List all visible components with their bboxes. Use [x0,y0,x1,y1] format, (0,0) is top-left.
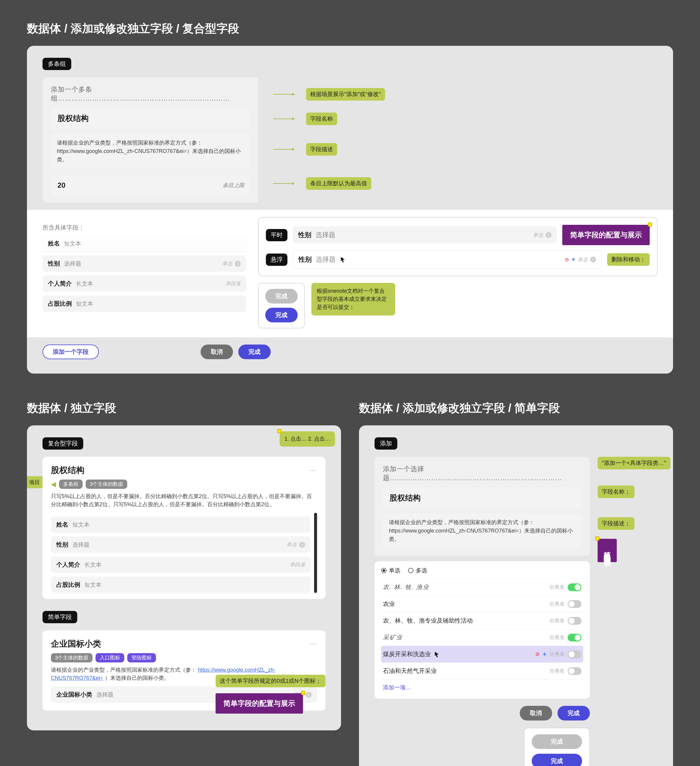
state-tag-hover: 悬浮 [266,253,287,266]
heading-panel2: 数据体 / 独立字段 [27,400,341,416]
cancel-button[interactable]: 取消 [520,706,552,720]
state-field-hover[interactable]: 性别 选择题 ⊘ + 单选 i [293,250,602,269]
done-button-disabled: 完成 [265,289,298,304]
plus-icon[interactable]: + [543,650,546,658]
tag-multi-group: 多条组 [43,58,71,70]
toggle[interactable] [568,650,581,658]
tag-simple-field: 简单字段 [43,611,77,623]
field-type: 短文本 [64,240,81,248]
submit-button[interactable]: 完成 [238,345,271,359]
opt-item[interactable]: 农、林、牧、渔专业及辅助性活动 分类名 [381,612,583,629]
anno-fielddesc: 字段描述； [598,517,634,530]
field-name: 姓名 [56,521,68,529]
scrollbar[interactable] [314,513,317,593]
toggle[interactable] [568,617,581,625]
meta-label: 分类名 [550,651,565,658]
opt-item[interactable]: 石油和天然气开采业 分类名 [381,662,583,679]
form1-section-label: 所含具体字段： [43,223,246,232]
pin-icon [595,537,599,541]
heading-panel3: 数据体 / 添加或修改独立字段 / 简单字段 [359,400,673,416]
connector [273,94,294,95]
form3-title-input[interactable]: 股权结构 [383,487,581,508]
banner-text: 简单字段的配置与展示 [603,546,611,555]
form1-limit-value: 20 [57,181,66,189]
opt-name: 石油和天然气开采业 [383,667,437,675]
panel3-canvas: 添加 添加一个选择题………………………………………………………………… 股权结构… [359,425,673,766]
field-name: 占股比例 [48,300,72,308]
anno-fieldname: 字段名称 [306,112,337,125]
opt-item[interactable]: 农业 分类名 [381,595,583,612]
anno-add-prefix: "添加一个<具体字段类…" [598,457,670,469]
form1-title-text: 股权结构 [57,114,89,123]
field-row-name[interactable]: 姓名 短文本 [43,235,246,252]
form3-desc-input[interactable]: 请根据企业的产业类型，严格按照国家标准的界定方式（参：https://www.g… [383,513,581,548]
list-item[interactable]: 性别 选择题 单选i [51,537,310,553]
field-meta: 单段落 [225,280,241,287]
form1-limit-hint: 条目上限 [223,182,244,189]
done-enabled[interactable]: 完成 [532,754,582,766]
pin-icon [648,222,652,226]
p2-card2-title: 企业国标小类 [51,638,101,650]
forbid-icon[interactable]: ⊘ [535,651,540,657]
radio-single[interactable]: 单选 [381,567,400,574]
meta-label: 分类名 [550,600,565,607]
list-item[interactable]: 个人简介 长文本 单段落 [51,557,310,573]
field-type: 选择题 [316,255,336,264]
field-meta: 单选 [287,541,297,548]
form1-limit-input[interactable]: 20 条目上限 [51,176,250,195]
field-type: 短文本 [76,300,93,308]
field-row-bio[interactable]: 个人简介 长文本 单段落 [43,275,246,292]
field-row-gender[interactable]: 性别 选择题 单选i [43,255,246,272]
left-edge-chip: 项目 [27,476,43,488]
toggle[interactable] [568,667,581,675]
field-name: 企业国标小类 [56,690,92,699]
field-name: 姓名 [48,239,60,248]
connector-dot: ◀ [51,480,56,488]
p2-card1: 股权结构 ··· ◀ 多条组 3个主体的数据 只写5%以上占股的人，但是不要漏掉… [43,457,325,599]
heading-panel1: 数据体 / 添加或修改独立字段 / 复合型字段 [27,21,673,36]
field-row-share[interactable]: 占股比例 短文本 [43,296,246,312]
toggle[interactable] [568,634,581,641]
cancel-button[interactable]: 取消 [201,345,233,359]
info-icon: i [306,692,312,698]
toggle[interactable] [568,583,581,591]
field-meta: 单段落 [290,561,305,568]
radio-multi[interactable]: 多选 [408,567,427,574]
forbid-icon[interactable]: ⊘ [565,256,569,263]
form1-title-input[interactable]: 股权结构 [51,108,250,129]
opt-group-header[interactable]: 农. 林. 牧. 渔业 分类名 [381,579,583,595]
form1-desc-input[interactable]: 请根据企业的产业类型，严格按照国家标准的界定方式（参：https://www.g… [51,134,250,169]
field-name: 性别 [298,255,312,264]
radio-label: 单选 [389,567,400,574]
info-icon: i [545,232,551,238]
field-name: 占股比例 [56,581,80,589]
field-meta: 单选 [533,232,543,239]
add-field-button[interactable]: 添加一个字段 [43,345,99,359]
info-icon: i [299,542,305,548]
done-button-enabled[interactable]: 完成 [265,308,298,322]
opt-item-selected[interactable]: 煤炭开采和洗选业 ⊘ + 分类名 [381,646,583,662]
anno-per-body: 这个简单字段所规定的0或1或N个图标； [215,675,325,687]
more-icon[interactable]: ··· [310,466,317,474]
field-name: 个人简介 [48,280,72,288]
opt-group-header[interactable]: 采矿业 分类名 [381,629,583,646]
field-meta: 单选 [222,260,232,267]
list-item[interactable]: 姓名 短文本 [51,516,310,533]
more-icon[interactable]: ··· [310,640,317,648]
submit-button[interactable]: 完成 [557,706,590,720]
list-item[interactable]: 占股比例 短文本 [51,576,310,593]
connector [273,149,294,150]
meta-label: 分类名 [550,617,565,624]
plus-icon[interactable]: + [571,256,575,263]
field-type: 选择题 [97,691,114,699]
done-states: 完成 完成 [524,728,590,766]
state-tag-flat: 平时 [266,229,287,241]
form3-title-text: 股权结构 [390,493,421,502]
tag-add: 添加 [375,437,397,449]
form3-options-card: 单选 多选 农. 林. 牧. 渔业 分类名 农业 分类名 农、林、牧、渔专 [375,561,590,699]
state-field-flat[interactable]: 性别 选择题 单选i [293,226,557,244]
purple-vertical-banner: 简单字段的配置与展示 [598,539,617,562]
toggle[interactable] [568,600,581,608]
purple-banner-simple-config-2: 简单字段的配置与展示 [215,693,303,714]
add-option-link[interactable]: 添加一项… [381,679,583,696]
